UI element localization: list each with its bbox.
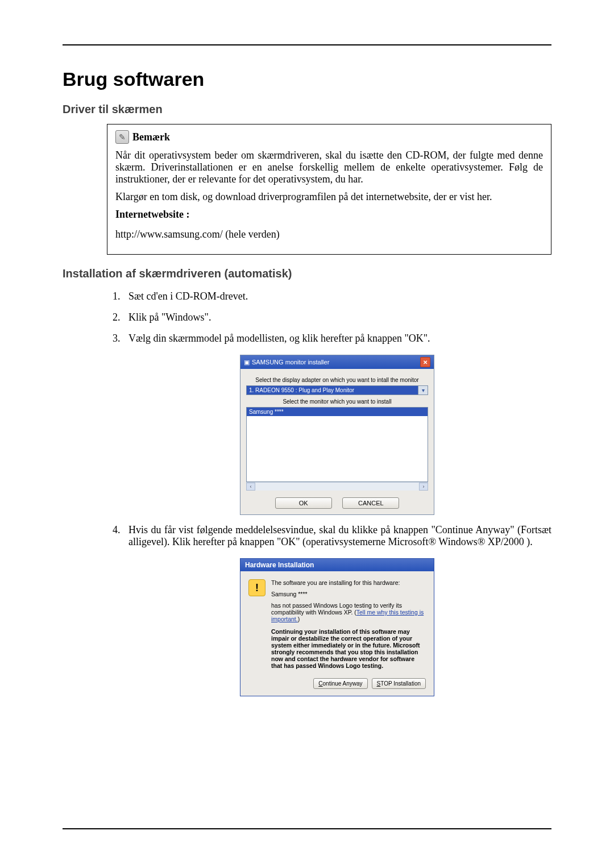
step-1: Sæt cd'en i CD-ROM-drevet. bbox=[123, 290, 551, 302]
hardware-installation-dialog: Hardware Installation ! The software you… bbox=[240, 558, 434, 696]
section-install-heading: Installation af skærmdriveren (automatis… bbox=[63, 267, 551, 280]
hw-line-3b: ) bbox=[298, 616, 300, 622]
hardware-dialog-buttons: Continue Anyway STOP Installation bbox=[240, 675, 434, 696]
monitor-listbox[interactable]: Samsung **** bbox=[246, 407, 428, 482]
note-paragraph-2: Klargør en tom disk, og download driverp… bbox=[115, 191, 543, 203]
installer-window: ▣ SAMSUNG monitor installer ✕ Select the… bbox=[240, 355, 434, 515]
warning-icon: ! bbox=[248, 579, 265, 596]
installer-app-icon: ▣ bbox=[244, 359, 250, 366]
chevron-left-icon[interactable]: ‹ bbox=[246, 483, 255, 491]
horizontal-scrollbar[interactable]: ‹ › bbox=[246, 482, 428, 491]
continue-anyway-rest: ontinue Anyway bbox=[323, 680, 363, 687]
installer-figure: ▣ SAMSUNG monitor installer ✕ Select the… bbox=[123, 355, 551, 515]
stop-installation-button[interactable]: STOP Installation bbox=[372, 678, 426, 689]
note-header: ✎ Bemærk bbox=[115, 130, 543, 144]
note-website-label: Internetwebsite : bbox=[115, 209, 543, 221]
hardware-dialog-figure: Hardware Installation ! The software you… bbox=[123, 558, 551, 696]
step-4: Hvis du får vist følgende meddelelsesvin… bbox=[123, 524, 551, 548]
installer-adapter-caption: Select the display adapter on which you … bbox=[246, 377, 428, 383]
continue-anyway-accel: C bbox=[318, 680, 322, 687]
installer-titlebar: ▣ SAMSUNG monitor installer ✕ bbox=[240, 355, 434, 369]
note-box: ✎ Bemærk Når dit operativsystem beder om… bbox=[107, 124, 551, 255]
step-3: Vælg din skærmmodel på modellisten, og k… bbox=[123, 333, 551, 344]
adapter-dropdown[interactable]: 1. RADEON 9550 : Plug and Play Monitor ▾ bbox=[246, 385, 428, 395]
note-website-url: http://www.samsung.com/ (hele verden) bbox=[115, 229, 543, 240]
hw-line-1: The software you are installing for this… bbox=[271, 579, 426, 586]
adapter-selected-value: 1. RADEON 9550 : Plug and Play Monitor bbox=[247, 386, 418, 394]
hw-bold-warning: Continuing your installation of this sof… bbox=[271, 628, 426, 669]
installer-body: Select the display adapter on which you … bbox=[240, 369, 434, 514]
chevron-right-icon[interactable]: › bbox=[419, 483, 428, 491]
rule-top bbox=[63, 44, 551, 45]
install-steps: Sæt cd'en i CD-ROM-drevet. Klik på "Wind… bbox=[107, 290, 551, 696]
stop-installation-rest: TOP Installation bbox=[380, 680, 421, 687]
monitor-selected-row[interactable]: Samsung **** bbox=[247, 408, 428, 416]
hw-line-2: Samsung **** bbox=[271, 591, 426, 597]
chevron-down-icon[interactable]: ▾ bbox=[418, 386, 428, 394]
step-2: Klik på "Windows". bbox=[123, 312, 551, 323]
installer-window-title: SAMSUNG monitor installer bbox=[252, 359, 329, 366]
hardware-dialog-text: The software you are installing for this… bbox=[271, 579, 426, 669]
close-icon[interactable]: ✕ bbox=[420, 357, 430, 367]
hw-line-3: has not passed Windows Logo testing to v… bbox=[271, 602, 426, 622]
note-title: Bemærk bbox=[132, 131, 170, 143]
note-icon: ✎ bbox=[115, 130, 129, 144]
cancel-button[interactable]: CANCEL bbox=[342, 497, 399, 509]
installer-button-row: OK CANCEL bbox=[246, 497, 428, 509]
note-paragraph-1: Når dit operativsystem beder om skærmdri… bbox=[115, 149, 543, 185]
ok-button[interactable]: OK bbox=[275, 497, 332, 509]
page-title: Brug softwaren bbox=[63, 68, 551, 90]
hardware-dialog-title: Hardware Installation bbox=[240, 559, 434, 571]
document-page: Brug softwaren Driver til skærmen ✎ Bemæ… bbox=[0, 0, 614, 868]
continue-anyway-button[interactable]: Continue Anyway bbox=[313, 678, 367, 689]
section-driver-heading: Driver til skærmen bbox=[63, 103, 551, 116]
rule-bottom bbox=[63, 828, 551, 829]
installer-monitor-caption: Select the monitor which you want to ins… bbox=[246, 398, 428, 405]
hardware-dialog-body: ! The software you are installing for th… bbox=[240, 571, 434, 675]
